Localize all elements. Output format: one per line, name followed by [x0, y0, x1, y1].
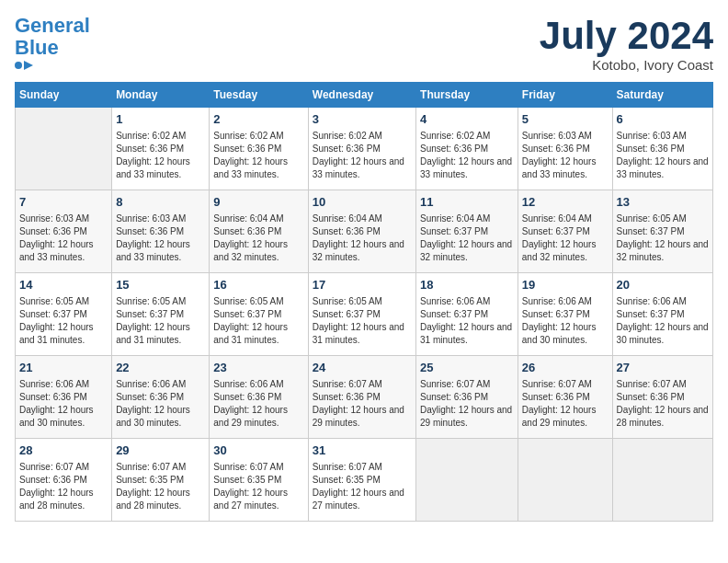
calendar-cell: 30Sunrise: 6:07 AMSunset: 6:35 PMDayligh… [210, 439, 308, 522]
day-info: Sunrise: 6:06 AMSunset: 6:36 PMDaylight:… [213, 378, 303, 430]
calendar-cell [416, 439, 518, 522]
day-number: 19 [522, 277, 609, 293]
day-info: Sunrise: 6:05 AMSunset: 6:37 PMDaylight:… [617, 213, 709, 264]
month-title: July 2024 [540, 15, 713, 57]
day-number: 23 [213, 360, 303, 376]
day-info: Sunrise: 6:04 AMSunset: 6:37 PMDaylight:… [522, 213, 609, 264]
day-number: 11 [420, 194, 514, 211]
calendar-cell: 10Sunrise: 6:04 AMSunset: 6:36 PMDayligh… [308, 190, 415, 273]
calendar-cell: 9Sunrise: 6:04 AMSunset: 6:36 PMDaylight… [210, 190, 308, 273]
day-number: 2 [213, 111, 303, 128]
day-number: 16 [213, 277, 303, 293]
calendar-cell: 25Sunrise: 6:07 AMSunset: 6:36 PMDayligh… [416, 356, 518, 439]
day-info: Sunrise: 6:02 AMSunset: 6:36 PMDaylight:… [213, 130, 303, 181]
day-info: Sunrise: 6:02 AMSunset: 6:36 PMDaylight:… [420, 130, 514, 181]
day-info: Sunrise: 6:03 AMSunset: 6:36 PMDaylight:… [617, 130, 709, 181]
calendar-cell: 20Sunrise: 6:06 AMSunset: 6:37 PMDayligh… [612, 273, 712, 356]
logo-text: General Blue [15, 15, 90, 59]
day-info: Sunrise: 6:04 AMSunset: 6:36 PMDaylight:… [213, 213, 303, 264]
header-tuesday: Tuesday [210, 83, 308, 108]
day-number: 8 [116, 194, 205, 211]
calendar-week-2: 7Sunrise: 6:03 AMSunset: 6:36 PMDaylight… [16, 190, 713, 273]
calendar-cell: 17Sunrise: 6:05 AMSunset: 6:37 PMDayligh… [308, 273, 415, 356]
day-number: 26 [522, 360, 609, 376]
day-info: Sunrise: 6:05 AMSunset: 6:37 PMDaylight:… [116, 295, 205, 347]
day-info: Sunrise: 6:05 AMSunset: 6:37 PMDaylight:… [213, 295, 303, 347]
calendar-cell: 16Sunrise: 6:05 AMSunset: 6:37 PMDayligh… [210, 273, 308, 356]
day-info: Sunrise: 6:02 AMSunset: 6:36 PMDaylight:… [116, 130, 205, 181]
day-info: Sunrise: 6:07 AMSunset: 6:35 PMDaylight:… [313, 461, 412, 512]
calendar-cell: 28Sunrise: 6:07 AMSunset: 6:36 PMDayligh… [16, 439, 112, 522]
calendar-cell: 1Sunrise: 6:02 AMSunset: 6:36 PMDaylight… [112, 108, 210, 190]
day-number: 27 [617, 360, 709, 376]
header-thursday: Thursday [416, 83, 518, 108]
calendar-cell: 29Sunrise: 6:07 AMSunset: 6:35 PMDayligh… [112, 439, 210, 522]
day-info: Sunrise: 6:07 AMSunset: 6:36 PMDaylight:… [420, 378, 514, 430]
calendar-cell [518, 439, 612, 522]
header-wednesday: Wednesday [308, 83, 415, 108]
day-info: Sunrise: 6:07 AMSunset: 6:36 PMDaylight:… [617, 378, 709, 430]
calendar-cell: 23Sunrise: 6:06 AMSunset: 6:36 PMDayligh… [210, 356, 308, 439]
calendar-table: SundayMondayTuesdayWednesdayThursdayFrid… [15, 82, 713, 522]
day-info: Sunrise: 6:03 AMSunset: 6:36 PMDaylight:… [116, 213, 205, 264]
calendar-week-4: 21Sunrise: 6:06 AMSunset: 6:36 PMDayligh… [16, 356, 713, 439]
day-number: 31 [313, 442, 412, 459]
calendar-header-row: SundayMondayTuesdayWednesdayThursdayFrid… [16, 83, 713, 108]
calendar-cell: 24Sunrise: 6:07 AMSunset: 6:36 PMDayligh… [308, 356, 415, 439]
day-info: Sunrise: 6:06 AMSunset: 6:37 PMDaylight:… [522, 295, 609, 347]
header-monday: Monday [112, 83, 210, 108]
title-block: July 2024 Kotobo, Ivory Coast [540, 15, 713, 73]
day-number: 24 [313, 360, 412, 376]
day-info: Sunrise: 6:06 AMSunset: 6:37 PMDaylight:… [617, 295, 709, 347]
day-number: 18 [420, 277, 514, 293]
day-number: 28 [19, 442, 108, 459]
calendar-cell: 6Sunrise: 6:03 AMSunset: 6:36 PMDaylight… [612, 108, 712, 190]
logo-general: General [15, 14, 90, 37]
header-saturday: Saturday [612, 83, 712, 108]
logo-blue: Blue [15, 36, 59, 59]
day-number: 9 [213, 194, 303, 211]
day-info: Sunrise: 6:07 AMSunset: 6:35 PMDaylight:… [116, 461, 205, 512]
location: Kotobo, Ivory Coast [540, 57, 713, 73]
calendar-cell: 4Sunrise: 6:02 AMSunset: 6:36 PMDaylight… [416, 108, 518, 190]
calendar-cell: 15Sunrise: 6:05 AMSunset: 6:37 PMDayligh… [112, 273, 210, 356]
calendar-cell: 11Sunrise: 6:04 AMSunset: 6:37 PMDayligh… [416, 190, 518, 273]
calendar-cell: 7Sunrise: 6:03 AMSunset: 6:36 PMDaylight… [16, 190, 112, 273]
day-info: Sunrise: 6:07 AMSunset: 6:36 PMDaylight:… [19, 461, 108, 512]
day-info: Sunrise: 6:06 AMSunset: 6:37 PMDaylight:… [420, 295, 514, 347]
calendar-cell: 5Sunrise: 6:03 AMSunset: 6:36 PMDaylight… [518, 108, 612, 190]
day-info: Sunrise: 6:05 AMSunset: 6:37 PMDaylight:… [313, 295, 412, 347]
calendar-week-3: 14Sunrise: 6:05 AMSunset: 6:37 PMDayligh… [16, 273, 713, 356]
calendar-cell: 12Sunrise: 6:04 AMSunset: 6:37 PMDayligh… [518, 190, 612, 273]
day-number: 17 [313, 277, 412, 293]
day-number: 12 [522, 194, 609, 211]
calendar-cell: 21Sunrise: 6:06 AMSunset: 6:36 PMDayligh… [16, 356, 112, 439]
day-info: Sunrise: 6:06 AMSunset: 6:36 PMDaylight:… [116, 378, 205, 430]
calendar-cell: 2Sunrise: 6:02 AMSunset: 6:36 PMDaylight… [210, 108, 308, 190]
calendar-cell: 27Sunrise: 6:07 AMSunset: 6:36 PMDayligh… [612, 356, 712, 439]
day-number: 13 [617, 194, 709, 211]
day-number: 22 [116, 360, 205, 376]
day-info: Sunrise: 6:04 AMSunset: 6:36 PMDaylight:… [313, 213, 412, 264]
day-number: 14 [19, 277, 108, 293]
day-info: Sunrise: 6:02 AMSunset: 6:36 PMDaylight:… [313, 130, 412, 181]
day-number: 30 [213, 442, 303, 459]
day-number: 25 [420, 360, 514, 376]
day-number: 29 [116, 442, 205, 459]
day-info: Sunrise: 6:07 AMSunset: 6:36 PMDaylight:… [522, 378, 609, 430]
calendar-cell: 3Sunrise: 6:02 AMSunset: 6:36 PMDaylight… [308, 108, 415, 190]
day-number: 3 [313, 111, 412, 128]
calendar-cell: 8Sunrise: 6:03 AMSunset: 6:36 PMDaylight… [112, 190, 210, 273]
calendar-cell: 22Sunrise: 6:06 AMSunset: 6:36 PMDayligh… [112, 356, 210, 439]
calendar-cell: 18Sunrise: 6:06 AMSunset: 6:37 PMDayligh… [416, 273, 518, 356]
day-info: Sunrise: 6:03 AMSunset: 6:36 PMDaylight:… [522, 130, 609, 181]
day-info: Sunrise: 6:03 AMSunset: 6:36 PMDaylight:… [19, 213, 108, 264]
calendar-cell [612, 439, 712, 522]
logo-dot [15, 62, 22, 69]
day-info: Sunrise: 6:06 AMSunset: 6:36 PMDaylight:… [19, 378, 108, 430]
day-number: 6 [617, 111, 709, 128]
day-number: 21 [19, 360, 108, 376]
page-header: General Blue July 2024 Kotobo, Ivory Coa… [15, 15, 713, 73]
calendar-week-5: 28Sunrise: 6:07 AMSunset: 6:36 PMDayligh… [16, 439, 713, 522]
day-number: 5 [522, 111, 609, 128]
